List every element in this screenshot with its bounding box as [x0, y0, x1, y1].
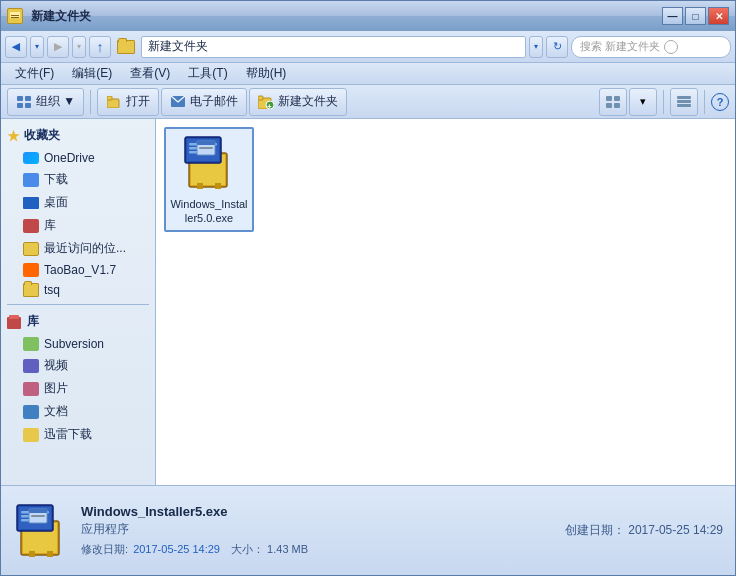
svg-rect-12: [258, 96, 263, 100]
size-value: 1.43 MB: [267, 543, 308, 555]
downloads-label: 下载: [44, 171, 68, 188]
svg-rect-46: [29, 551, 35, 557]
window-icon: [7, 8, 23, 24]
newfolder-button[interactable]: + 新建文件夹: [249, 88, 347, 116]
organize-label: 组织 ▼: [36, 93, 75, 110]
window: 新建文件夹 — □ ✕ ◀ ▾ ▶ ▾ ↑ 新建文件夹 ▾ ↻ 搜索 新建文件夹…: [0, 0, 736, 576]
search-icon: [664, 40, 678, 54]
favorites-section: ★ 收藏夹 OneDrive 下载 桌面 库: [1, 123, 155, 300]
sidebar-item-recent[interactable]: 最近访问的位...: [1, 237, 155, 260]
sidebar-item-tsq[interactable]: tsq: [1, 280, 155, 300]
svg-rect-47: [47, 551, 53, 557]
video-icon: [23, 359, 39, 373]
sidebar: ★ 收藏夹 OneDrive 下载 桌面 库: [1, 119, 156, 485]
pictures-label: 图片: [44, 380, 68, 397]
menubar: 文件(F) 编辑(E) 查看(V) 工具(T) 帮助(H): [1, 63, 735, 85]
file-area[interactable]: Windows_Installer5.0.exe: [156, 119, 735, 485]
open-button[interactable]: 打开: [97, 88, 159, 116]
statusbar: Windows_Installer5.exe 应用程序 修改日期: 2017-0…: [1, 485, 735, 575]
svg-rect-9: [107, 96, 112, 100]
main-area: ★ 收藏夹 OneDrive 下载 桌面 库: [1, 119, 735, 485]
svg-rect-18: [614, 103, 620, 108]
favorites-header[interactable]: ★ 收藏夹: [1, 123, 155, 148]
sidebar-item-onedrive[interactable]: OneDrive: [1, 148, 155, 168]
search-box[interactable]: 搜索 新建文件夹: [571, 36, 731, 58]
onedrive-icon: [23, 152, 39, 164]
status-info: Windows_Installer5.exe 应用程序 修改日期: 2017-0…: [81, 504, 553, 557]
open-icon: [106, 94, 122, 110]
star-icon: ★: [7, 128, 20, 144]
file-item-installer[interactable]: Windows_Installer5.0.exe: [164, 127, 254, 232]
view-dropdown[interactable]: ▾: [629, 88, 657, 116]
svg-rect-16: [614, 96, 620, 101]
svg-rect-45: [31, 515, 45, 517]
file-grid: Windows_Installer5.0.exe: [164, 127, 727, 232]
toolbar-separator-3: [704, 90, 705, 114]
xunlei-icon: [23, 428, 39, 442]
library-header[interactable]: 库: [1, 309, 155, 334]
svg-rect-7: [25, 103, 31, 108]
svg-rect-32: [197, 141, 215, 145]
pictures-icon: [23, 382, 39, 396]
onedrive-label: OneDrive: [44, 151, 95, 165]
up-button[interactable]: ↑: [89, 36, 111, 58]
subversion-label: Subversion: [44, 337, 104, 351]
sidebar-item-documents[interactable]: 文档: [1, 400, 155, 423]
sidebar-item-downloads[interactable]: 下载: [1, 168, 155, 191]
sidebar-item-taobao[interactable]: TaoBao_V1.7: [1, 260, 155, 280]
close-button[interactable]: ✕: [708, 7, 729, 25]
menu-edit[interactable]: 编辑(E): [64, 63, 120, 84]
sidebar-item-desktop[interactable]: 桌面: [1, 191, 155, 214]
size-label: 大小：: [231, 543, 264, 555]
sidebar-item-pictures[interactable]: 图片: [1, 377, 155, 400]
subversion-icon: [23, 337, 39, 351]
svg-rect-33: [199, 147, 213, 149]
address-dropdown[interactable]: ▾: [529, 36, 543, 58]
svg-rect-19: [677, 96, 691, 99]
minimize-button[interactable]: —: [662, 7, 683, 25]
menu-view[interactable]: 查看(V): [122, 63, 178, 84]
addressbar: ◀ ▾ ▶ ▾ ↑ 新建文件夹 ▾ ↻ 搜索 新建文件夹: [1, 31, 735, 63]
svg-rect-35: [215, 183, 221, 189]
status-created: 创建日期： 2017-05-25 14:29: [565, 522, 723, 539]
library-section: 库 Subversion 视频 图片 文档: [1, 309, 155, 446]
menu-help[interactable]: 帮助(H): [238, 63, 295, 84]
recent-label: 最近访问的位...: [44, 240, 126, 257]
sidebar-item-video[interactable]: 视频: [1, 354, 155, 377]
help-button[interactable]: ?: [711, 93, 729, 111]
modified-label: 修改日期:: [81, 543, 128, 555]
sidebar-divider: [7, 304, 149, 305]
svg-rect-34: [197, 183, 203, 189]
toolbar: 组织 ▼ 打开 电子邮件: [1, 85, 735, 119]
taobao-label: TaoBao_V1.7: [44, 263, 116, 277]
library-label: 库: [44, 217, 56, 234]
sidebar-item-library[interactable]: 库: [1, 214, 155, 237]
documents-icon: [23, 405, 39, 419]
sidebar-item-subversion[interactable]: Subversion: [1, 334, 155, 354]
library-icon: [23, 219, 39, 233]
svg-text:+: +: [267, 102, 272, 109]
svg-rect-20: [677, 100, 691, 103]
toolbar-separator-2: [663, 90, 664, 114]
svg-rect-15: [606, 96, 612, 101]
menu-tools[interactable]: 工具(T): [180, 63, 235, 84]
back-dropdown[interactable]: ▾: [30, 36, 44, 58]
forward-button[interactable]: ▶: [47, 36, 69, 58]
newfolder-label: 新建文件夹: [278, 93, 338, 110]
organize-button[interactable]: 组织 ▼: [7, 88, 84, 116]
forward-dropdown[interactable]: ▾: [72, 36, 86, 58]
titlebar: 新建文件夹 — □ ✕: [1, 1, 735, 31]
back-button[interactable]: ◀: [5, 36, 27, 58]
refresh-button[interactable]: ↻: [546, 36, 568, 58]
created-value: 2017-05-25 14:29: [628, 523, 723, 537]
documents-label: 文档: [44, 403, 68, 420]
address-input[interactable]: 新建文件夹: [141, 36, 526, 58]
recent-icon: [23, 242, 39, 256]
maximize-button[interactable]: □: [685, 7, 706, 25]
view-button-2[interactable]: [670, 88, 698, 116]
tsq-label: tsq: [44, 283, 60, 297]
sidebar-item-xunlei[interactable]: 迅雷下载: [1, 423, 155, 446]
view-button-1[interactable]: [599, 88, 627, 116]
menu-file[interactable]: 文件(F): [7, 63, 62, 84]
email-button[interactable]: 电子邮件: [161, 88, 247, 116]
